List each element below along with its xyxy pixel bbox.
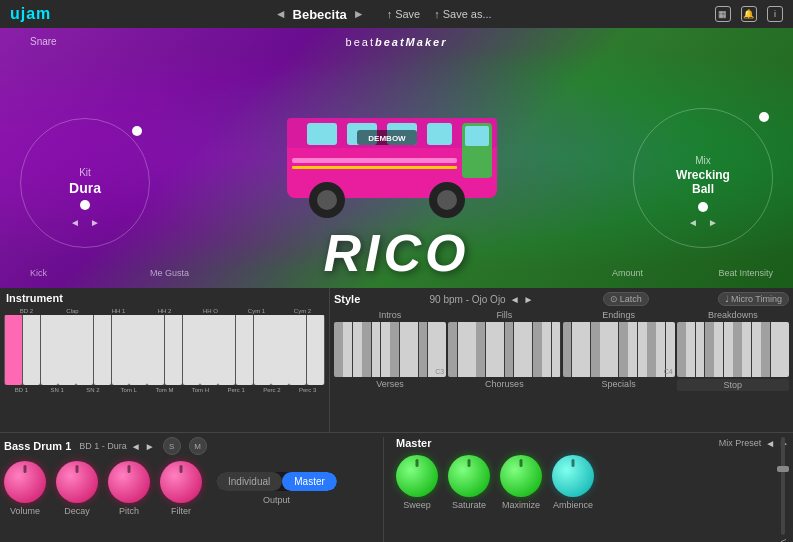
style-key[interactable] (724, 322, 733, 377)
style-key[interactable] (362, 322, 371, 377)
grid-icon[interactable]: ▦ (715, 6, 731, 22)
style-key[interactable] (581, 322, 590, 377)
style-key[interactable] (619, 322, 628, 377)
style-key[interactable] (334, 322, 343, 377)
instrument-key[interactable] (200, 315, 217, 385)
mix-dot-tr[interactable] (759, 112, 769, 122)
style-row-label[interactable]: Stop (677, 379, 789, 391)
style-key[interactable] (533, 322, 542, 377)
style-key[interactable] (458, 322, 467, 377)
style-key[interactable] (409, 322, 418, 377)
master-maximize-knob[interactable] (500, 455, 542, 497)
instrument-key[interactable] (183, 315, 200, 385)
style-key[interactable] (780, 322, 789, 377)
individual-button[interactable]: Individual (216, 472, 282, 491)
solo-button[interactable]: S (163, 437, 181, 455)
style-key[interactable] (705, 322, 714, 377)
instrument-keyboard[interactable] (4, 315, 325, 385)
volume-track[interactable] (781, 437, 785, 535)
style-key[interactable] (542, 322, 551, 377)
kit-prev[interactable]: ◄ (70, 217, 80, 228)
master-sweep-knob[interactable] (396, 455, 438, 497)
instrument-key[interactable] (165, 315, 182, 385)
style-key[interactable] (563, 322, 572, 377)
save-as-button[interactable]: ↑ Save as... (434, 8, 491, 20)
nav-next[interactable]: ► (353, 7, 365, 21)
instrument-key[interactable] (112, 315, 129, 385)
master-output-button[interactable]: Master (282, 472, 337, 491)
style-key[interactable] (476, 322, 485, 377)
style-key[interactable] (400, 322, 409, 377)
style-key[interactable] (638, 322, 647, 377)
style-key[interactable] (372, 322, 381, 377)
style-key[interactable] (677, 322, 686, 377)
style-key[interactable] (647, 322, 656, 377)
style-key[interactable] (696, 322, 705, 377)
bass-filter-knob[interactable] (160, 461, 202, 503)
master-ambience-knob[interactable] (552, 455, 594, 497)
style-key[interactable] (552, 322, 561, 377)
style-key[interactable] (381, 322, 390, 377)
bass-preset-prev[interactable]: ◄ (131, 441, 141, 452)
bass-decay-knob[interactable] (56, 461, 98, 503)
save-button[interactable]: ↑ Save (387, 8, 421, 20)
style-key[interactable] (600, 322, 609, 377)
style-key[interactable] (495, 322, 504, 377)
instrument-key[interactable] (254, 315, 271, 385)
volume-thumb[interactable] (777, 466, 789, 472)
bass-preset-next[interactable]: ► (145, 441, 155, 452)
style-key[interactable] (523, 322, 532, 377)
style-key[interactable] (752, 322, 761, 377)
instrument-key[interactable] (147, 315, 164, 385)
instrument-key[interactable] (94, 315, 111, 385)
style-piano[interactable] (448, 322, 560, 377)
style-piano[interactable] (677, 322, 789, 377)
style-key[interactable] (733, 322, 742, 377)
style-bpm-next[interactable]: ► (524, 294, 534, 305)
style-key[interactable] (609, 322, 618, 377)
style-key[interactable] (419, 322, 428, 377)
instrument-key[interactable] (41, 315, 58, 385)
instrument-key[interactable] (5, 315, 22, 385)
bell-icon[interactable]: 🔔 (741, 6, 757, 22)
style-key[interactable] (353, 322, 362, 377)
instrument-key[interactable] (289, 315, 306, 385)
style-key[interactable] (686, 322, 695, 377)
style-key[interactable] (628, 322, 637, 377)
style-piano[interactable]: C4 (563, 322, 675, 377)
instrument-key[interactable] (129, 315, 146, 385)
info-icon[interactable]: i (767, 6, 783, 22)
mix-prev[interactable]: ◄ (688, 217, 698, 228)
instrument-key[interactable] (236, 315, 253, 385)
bass-pitch-knob[interactable] (108, 461, 150, 503)
style-key[interactable] (486, 322, 495, 377)
style-key[interactable] (761, 322, 770, 377)
mute-button[interactable]: M (189, 437, 207, 455)
style-key[interactable] (591, 322, 600, 377)
instrument-key[interactable] (218, 315, 235, 385)
master-saturate-knob[interactable] (448, 455, 490, 497)
style-key[interactable] (505, 322, 514, 377)
style-piano[interactable]: C3 (334, 322, 446, 377)
style-key[interactable] (742, 322, 751, 377)
kit-dot-tr[interactable] (132, 126, 142, 136)
instrument-key[interactable] (76, 315, 93, 385)
instrument-key[interactable] (307, 315, 324, 385)
style-key[interactable] (467, 322, 476, 377)
instrument-key[interactable] (23, 315, 40, 385)
instrument-key[interactable] (58, 315, 75, 385)
kit-next[interactable]: ► (90, 217, 100, 228)
style-key[interactable] (390, 322, 399, 377)
style-key[interactable] (771, 322, 780, 377)
instrument-key[interactable] (271, 315, 288, 385)
latch-button[interactable]: ⊙ Latch (603, 292, 649, 306)
style-key[interactable] (343, 322, 352, 377)
style-key[interactable] (714, 322, 723, 377)
style-bpm-prev[interactable]: ◄ (510, 294, 520, 305)
style-key[interactable] (572, 322, 581, 377)
style-key[interactable] (448, 322, 457, 377)
bass-volume-knob[interactable] (4, 461, 46, 503)
style-key[interactable] (514, 322, 523, 377)
micro-timing-button[interactable]: ♩ Micro Timing (718, 292, 789, 306)
mix-next[interactable]: ► (708, 217, 718, 228)
